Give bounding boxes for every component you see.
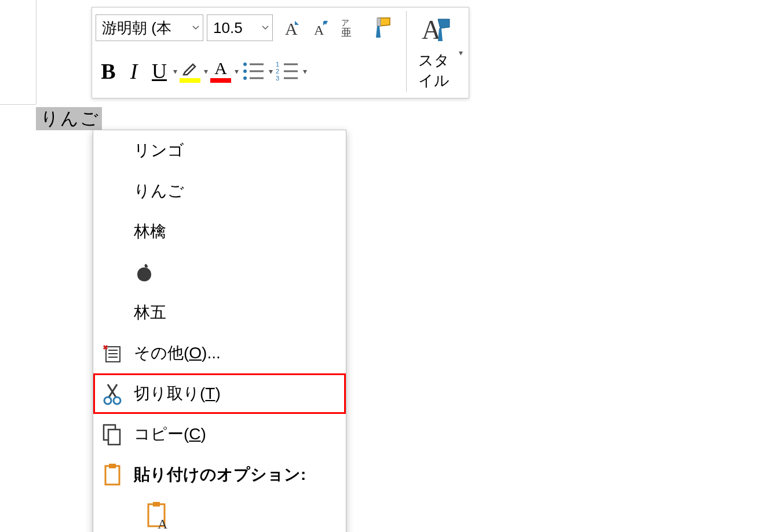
font-color-button[interactable]: A ▾ [208, 56, 239, 87]
styles-dropdown-icon[interactable]: ▾ [459, 48, 463, 57]
copy-item[interactable]: コピー(C) [93, 414, 346, 454]
bullet-list-dropdown-icon[interactable]: ▾ [269, 67, 273, 76]
phonetic-guide-button[interactable]: ア 亜 [334, 13, 363, 42]
ime-candidate-1[interactable]: りんご [93, 171, 346, 211]
ime-candidate-2[interactable]: 林檎 [93, 211, 346, 252]
font-name-dropdown-icon[interactable] [189, 15, 203, 41]
svg-rect-31 [153, 502, 160, 507]
font-size-value: 10.5 [207, 19, 258, 37]
svg-line-22 [108, 384, 116, 397]
styles-label: スタイル [418, 50, 453, 91]
svg-text:A: A [314, 23, 324, 38]
grow-font-button[interactable]: A [276, 13, 305, 42]
svg-text:3: 3 [276, 75, 279, 82]
svg-rect-27 [108, 430, 120, 445]
highlight-dropdown-icon[interactable]: ▾ [204, 67, 208, 76]
ime-candidate-label: りんご [134, 180, 337, 202]
bullet-list-icon [239, 56, 268, 87]
font-color-dropdown-icon[interactable]: ▾ [235, 67, 239, 76]
svg-text:ア: ア [341, 18, 349, 27]
paste-options-label: 貼り付けのオプション: [134, 464, 337, 486]
svg-rect-4 [377, 18, 381, 26]
svg-text:2: 2 [276, 68, 279, 75]
ime-candidate-label: リンゴ [134, 140, 337, 162]
cut-icon [99, 380, 126, 407]
svg-point-5 [243, 63, 247, 66]
context-menu: リンゴ りんご 林檎 林五 そ [93, 130, 346, 532]
paste-text-only-icon: A [145, 501, 171, 531]
copy-label: コピー(C) [134, 423, 337, 445]
styles-icon: A [419, 14, 452, 48]
svg-text:A: A [158, 516, 168, 531]
underline-button[interactable]: U ▾ [147, 56, 177, 87]
bullet-list-button[interactable]: ▾ [239, 56, 273, 87]
bold-button[interactable]: B [96, 56, 121, 87]
number-list-icon: 1 2 3 [273, 56, 302, 87]
number-list-button[interactable]: 1 2 3 ▾ [273, 56, 307, 87]
number-list-dropdown-icon[interactable]: ▾ [303, 67, 307, 76]
copy-icon [99, 421, 126, 447]
svg-point-24 [104, 397, 111, 404]
svg-point-25 [114, 397, 120, 404]
ime-candidate-label: 林檎 [134, 221, 337, 243]
svg-rect-28 [105, 466, 119, 485]
paste-options-header: 貼り付けのオプション: [93, 454, 346, 495]
ime-candidate-0[interactable]: リンゴ [93, 130, 346, 171]
svg-line-23 [109, 384, 117, 397]
italic-button[interactable]: I [121, 56, 147, 87]
selected-text[interactable]: りんご [36, 107, 102, 130]
font-size-combo[interactable]: 10.5 [207, 14, 273, 41]
shrink-font-button[interactable]: A [305, 13, 334, 42]
ime-candidate-4[interactable]: 林五 [93, 292, 346, 333]
dictionary-icon [99, 340, 126, 366]
svg-text:1: 1 [276, 61, 279, 68]
svg-rect-29 [109, 464, 116, 468]
ime-other-label: その他(O)... [134, 342, 337, 364]
ime-other-item[interactable]: その他(O)... [93, 333, 346, 373]
highlight-icon [177, 56, 203, 87]
clipboard-icon [99, 461, 126, 488]
cut-label: 切り取り(T) [134, 383, 337, 405]
font-color-icon: A [208, 56, 233, 87]
ruler-guide-horizontal [0, 104, 36, 105]
toolbar-separator [406, 11, 407, 92]
svg-point-7 [243, 69, 247, 73]
underline-dropdown-icon[interactable]: ▾ [173, 67, 177, 76]
ime-candidate-apple-icon [134, 262, 337, 282]
styles-gallery-button[interactable]: A スタイル [416, 11, 455, 94]
svg-text:亜: 亜 [341, 27, 352, 38]
paste-options-row: A [93, 495, 346, 532]
font-name-combo[interactable]: 游明朝 (本 [96, 14, 203, 41]
highlight-color-button[interactable]: ▾ [177, 56, 208, 87]
font-size-dropdown-icon[interactable] [258, 15, 272, 41]
mini-toolbar: 游明朝 (本 10.5 A [92, 7, 469, 98]
font-name-value: 游明朝 (本 [96, 18, 189, 38]
paste-text-only-button[interactable]: A [140, 497, 177, 532]
ruler-guide-vertical [36, 0, 36, 104]
cut-item[interactable]: 切り取り(T) [93, 373, 346, 414]
format-painter-button[interactable] [363, 10, 399, 45]
svg-point-9 [243, 76, 247, 80]
ime-candidate-label: 林五 [134, 302, 337, 324]
ime-candidate-3[interactable] [93, 252, 346, 292]
